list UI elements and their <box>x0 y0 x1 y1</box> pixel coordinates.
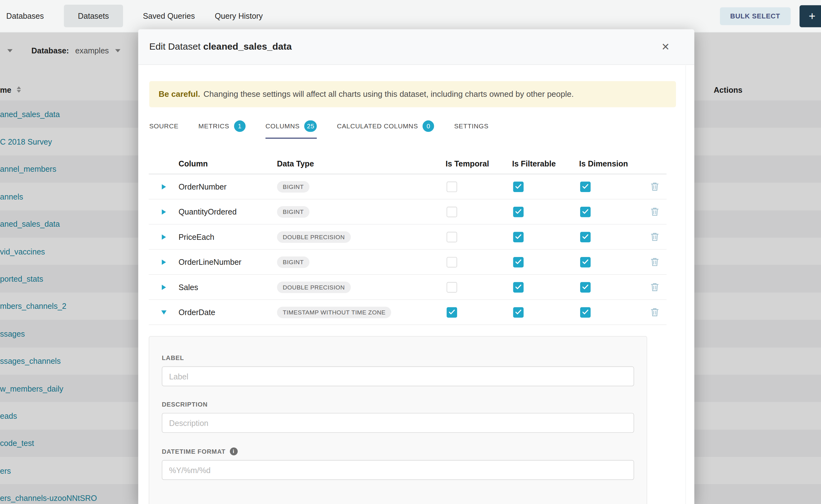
column-row: OrderDateTIMESTAMP WITHOUT TIME ZONE <box>149 300 667 325</box>
expand-caret-icon[interactable] <box>161 284 166 290</box>
modal-title: Edit Dataset cleaned_sales_data <box>149 41 292 52</box>
column-name: OrderNumber <box>179 182 277 191</box>
is-dimension-checkbox[interactable] <box>580 282 591 293</box>
delete-column-icon[interactable] <box>651 182 659 191</box>
is-filterable-checkbox[interactable] <box>513 282 524 293</box>
is-filterable-checkbox[interactable] <box>513 257 524 267</box>
tab-columns[interactable]: COLUMNS25 <box>265 120 317 139</box>
is-dimension-checkbox[interactable] <box>580 307 591 318</box>
datetime-format-input[interactable] <box>162 460 634 480</box>
datetime-format-field: DATETIME FORMATi <box>162 447 634 480</box>
warning-banner: Be careful. Changing these settings will… <box>149 81 676 107</box>
is-filterable-checkbox[interactable] <box>513 232 524 242</box>
column-row: OrderLineNumberBIGINT <box>149 250 667 274</box>
info-icon[interactable]: i <box>230 447 237 455</box>
description-input[interactable] <box>162 413 634 433</box>
is-dimension-checkbox[interactable] <box>580 257 591 267</box>
edit-dataset-modal: Edit Dataset cleaned_sales_data ✕ Be car… <box>138 29 694 504</box>
expand-caret-icon[interactable] <box>161 259 166 264</box>
description-field: DESCRIPTION <box>162 401 634 433</box>
tab-badge: 1 <box>234 120 245 132</box>
column-row: OrderNumberBIGINT <box>149 174 667 199</box>
tab-settings[interactable]: SETTINGS <box>454 120 489 139</box>
tab-label: SOURCE <box>149 122 179 130</box>
nav-tab-datasets[interactable]: Datasets <box>64 5 123 27</box>
column-name: OrderLineNumber <box>179 258 277 266</box>
column-header-column: Column <box>179 159 277 168</box>
nav-tab-saved-queries[interactable]: Saved Queries <box>143 12 195 20</box>
is-dimension-checkbox[interactable] <box>580 206 591 217</box>
label-field: LABEL <box>162 354 634 386</box>
columns-table: Column Data Type Is Temporal Is Filterab… <box>149 153 667 325</box>
tab-label: COLUMNS <box>265 122 299 130</box>
column-row: PriceEachDOUBLE PRECISION <box>149 225 667 250</box>
collapse-caret-icon[interactable] <box>161 310 166 314</box>
delete-column-icon[interactable] <box>651 308 659 316</box>
data-type-pill: BIGINT <box>277 206 309 218</box>
delete-column-icon[interactable] <box>651 258 659 266</box>
is-temporal-checkbox[interactable] <box>447 307 458 318</box>
warning-bold-text: Be careful. <box>159 90 200 98</box>
dataset-name: cleaned_sales_data <box>203 41 291 52</box>
close-icon[interactable]: ✕ <box>661 42 670 52</box>
label-field-label: LABEL <box>162 354 634 362</box>
delete-column-icon[interactable] <box>651 283 659 291</box>
description-field-label: DESCRIPTION <box>162 401 634 408</box>
is-filterable-checkbox[interactable] <box>513 181 524 192</box>
modal-tabs: SOURCEMETRICS1COLUMNS25CALCULATED COLUMN… <box>149 120 676 139</box>
modal-header: Edit Dataset cleaned_sales_data ✕ <box>138 29 694 65</box>
nav-tab-databases[interactable]: Databases <box>6 12 44 20</box>
expand-caret-icon[interactable] <box>161 209 166 215</box>
column-name: QuantityOrdered <box>179 207 277 216</box>
column-row: SalesDOUBLE PRECISION <box>149 275 667 300</box>
datetime-format-label: DATETIME FORMAT <box>162 448 225 455</box>
is-temporal-checkbox[interactable] <box>447 181 458 192</box>
column-row: QuantityOrderedBIGINT <box>149 200 667 225</box>
is-filterable-checkbox[interactable] <box>513 307 524 318</box>
add-button[interactable]: + <box>799 5 821 27</box>
is-dimension-checkbox[interactable] <box>580 181 591 192</box>
column-header-is-dimension: Is Dimension <box>579 159 651 168</box>
column-detail-panel: LABEL DESCRIPTION DATETIME FORMATi <box>149 336 647 504</box>
expand-caret-icon[interactable] <box>161 234 166 240</box>
column-header-is-filterable: Is Filterable <box>512 159 579 168</box>
delete-column-icon[interactable] <box>651 207 659 216</box>
column-header-is-temporal: Is Temporal <box>446 159 512 168</box>
nav-tabs: DatabasesDatasetsSaved QueriesQuery Hist… <box>0 5 263 27</box>
column-name: Sales <box>179 283 277 291</box>
column-header-data-type: Data Type <box>277 159 446 168</box>
is-filterable-checkbox[interactable] <box>513 206 524 217</box>
modal-title-prefix: Edit Dataset <box>149 41 200 52</box>
tab-metrics[interactable]: METRICS1 <box>198 120 245 139</box>
tab-label: METRICS <box>198 122 229 130</box>
is-temporal-checkbox[interactable] <box>447 282 458 293</box>
data-type-pill: TIMESTAMP WITHOUT TIME ZONE <box>277 306 391 318</box>
modal-scrollbar[interactable] <box>685 66 694 504</box>
tab-badge: 25 <box>304 120 317 132</box>
tab-calculated-columns[interactable]: CALCULATED COLUMNS0 <box>337 120 434 139</box>
tab-label: CALCULATED COLUMNS <box>337 122 418 130</box>
columns-table-header: Column Data Type Is Temporal Is Filterab… <box>149 153 667 174</box>
tab-source[interactable]: SOURCE <box>149 120 179 139</box>
is-temporal-checkbox[interactable] <box>447 257 458 267</box>
columns-table-body: OrderNumberBIGINTQuantityOrderedBIGINTPr… <box>149 174 667 325</box>
expand-caret-icon[interactable] <box>161 184 166 189</box>
nav-actions: BULK SELECT + <box>720 5 821 27</box>
column-name: OrderDate <box>179 308 277 316</box>
data-type-pill: DOUBLE PRECISION <box>277 231 351 243</box>
column-name: PriceEach <box>179 232 277 241</box>
is-temporal-checkbox[interactable] <box>447 206 458 217</box>
label-input[interactable] <box>162 366 634 386</box>
is-temporal-checkbox[interactable] <box>447 232 458 242</box>
data-type-pill: BIGINT <box>277 181 309 192</box>
bulk-select-button[interactable]: BULK SELECT <box>720 7 791 25</box>
tab-badge: 0 <box>423 120 434 132</box>
app-viewport: Database: examples me Actions aned_sales… <box>0 0 821 504</box>
top-nav: DatabasesDatasetsSaved QueriesQuery Hist… <box>0 0 821 32</box>
nav-tab-query-history[interactable]: Query History <box>215 12 263 20</box>
tab-label: SETTINGS <box>454 122 489 130</box>
is-dimension-checkbox[interactable] <box>580 232 591 242</box>
delete-column-icon[interactable] <box>651 232 659 241</box>
warning-text: Changing these settings will affect all … <box>201 90 574 98</box>
data-type-pill: BIGINT <box>277 256 309 268</box>
